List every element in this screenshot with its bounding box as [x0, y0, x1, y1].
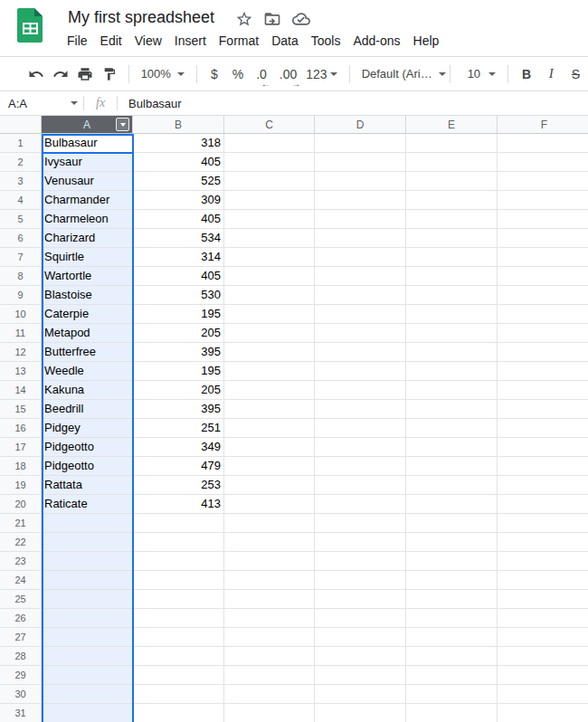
- cell-E6[interactable]: [406, 229, 498, 248]
- cell-D24[interactable]: [315, 571, 406, 590]
- menu-file[interactable]: File: [61, 32, 94, 50]
- select-all-corner[interactable]: [0, 116, 42, 134]
- cell-B11[interactable]: 205: [133, 324, 224, 343]
- cell-A12[interactable]: Butterfree: [42, 343, 133, 362]
- cell-F25[interactable]: [498, 590, 588, 609]
- cell-D25[interactable]: [315, 590, 406, 609]
- cell-B3[interactable]: 525: [133, 172, 224, 191]
- cell-E2[interactable]: [406, 153, 498, 172]
- row-header-31[interactable]: 31: [0, 704, 42, 722]
- undo-button[interactable]: [25, 63, 46, 85]
- cell-B12[interactable]: 395: [133, 343, 224, 362]
- cell-F30[interactable]: [498, 685, 588, 704]
- cell-F22[interactable]: [498, 533, 588, 552]
- cell-D18[interactable]: [315, 457, 406, 476]
- cell-E16[interactable]: [406, 419, 498, 438]
- cell-F21[interactable]: [498, 514, 588, 533]
- move-to-folder-icon[interactable]: [263, 10, 281, 32]
- cell-F3[interactable]: [498, 172, 588, 191]
- cell-B31[interactable]: [133, 704, 224, 722]
- column-header-B[interactable]: B: [133, 116, 224, 134]
- cell-A5[interactable]: Charmeleon: [42, 210, 133, 229]
- cell-A7[interactable]: Squirtle: [42, 248, 133, 267]
- cell-F12[interactable]: [498, 343, 588, 362]
- cell-D9[interactable]: [315, 286, 406, 305]
- cell-A28[interactable]: [42, 647, 133, 666]
- cell-C6[interactable]: [224, 229, 315, 248]
- cell-A2[interactable]: Ivysaur: [42, 153, 133, 172]
- menu-insert[interactable]: Insert: [168, 32, 213, 50]
- cell-C20[interactable]: [224, 495, 315, 514]
- menu-edit[interactable]: Edit: [94, 32, 128, 50]
- cell-D4[interactable]: [315, 191, 406, 210]
- cell-F2[interactable]: [498, 153, 588, 172]
- cell-C24[interactable]: [224, 571, 315, 590]
- cell-E20[interactable]: [406, 495, 498, 514]
- menu-tools[interactable]: Tools: [305, 32, 347, 50]
- cell-E5[interactable]: [406, 210, 498, 229]
- menu-help[interactable]: Help: [407, 32, 446, 50]
- cell-C25[interactable]: [224, 590, 315, 609]
- cell-B7[interactable]: 314: [133, 248, 224, 267]
- cell-D16[interactable]: [315, 419, 406, 438]
- cell-E30[interactable]: [406, 685, 498, 704]
- cell-D27[interactable]: [315, 628, 406, 647]
- cell-C21[interactable]: [224, 514, 315, 533]
- row-header-28[interactable]: 28: [0, 647, 42, 666]
- cell-D1[interactable]: [315, 134, 406, 153]
- cell-D31[interactable]: [315, 704, 406, 722]
- cell-A1[interactable]: Bulbasaur: [42, 134, 133, 153]
- cell-F17[interactable]: [498, 438, 588, 457]
- cell-C22[interactable]: [224, 533, 315, 552]
- row-header-11[interactable]: 11: [0, 324, 42, 343]
- more-formats-dropdown[interactable]: 123: [304, 63, 342, 85]
- cell-D26[interactable]: [315, 609, 406, 628]
- menu-data[interactable]: Data: [265, 32, 305, 50]
- cell-C17[interactable]: [224, 438, 315, 457]
- cell-B10[interactable]: 195: [133, 305, 224, 324]
- row-header-13[interactable]: 13: [0, 362, 42, 381]
- column-header-F[interactable]: F: [498, 116, 588, 134]
- cell-F9[interactable]: [498, 286, 588, 305]
- cell-A30[interactable]: [42, 685, 133, 704]
- cell-D21[interactable]: [315, 514, 406, 533]
- cell-F7[interactable]: [498, 248, 588, 267]
- formula-input[interactable]: Bulbasaur: [118, 97, 182, 110]
- cell-B13[interactable]: 195: [133, 362, 224, 381]
- cell-D15[interactable]: [315, 400, 406, 419]
- cell-E24[interactable]: [406, 571, 498, 590]
- row-header-17[interactable]: 17: [0, 438, 42, 457]
- cell-A29[interactable]: [42, 666, 133, 685]
- cell-A18[interactable]: Pidgeotto: [42, 457, 133, 476]
- cell-C26[interactable]: [224, 609, 315, 628]
- star-icon[interactable]: [235, 10, 253, 32]
- row-header-29[interactable]: 29: [0, 666, 42, 685]
- cell-D13[interactable]: [315, 362, 406, 381]
- row-header-26[interactable]: 26: [0, 609, 42, 628]
- cell-B27[interactable]: [133, 628, 224, 647]
- cell-D19[interactable]: [315, 476, 406, 495]
- cell-C11[interactable]: [224, 324, 315, 343]
- cell-D2[interactable]: [315, 153, 406, 172]
- cell-D8[interactable]: [315, 267, 406, 286]
- column-header-E[interactable]: E: [406, 116, 498, 134]
- decrease-decimal-button[interactable]: .0 ←: [251, 63, 274, 85]
- sheets-logo-icon[interactable]: [17, 8, 43, 46]
- row-header-10[interactable]: 10: [0, 305, 42, 324]
- cell-D3[interactable]: [315, 172, 406, 191]
- row-header-16[interactable]: 16: [0, 419, 42, 438]
- cell-F14[interactable]: [498, 381, 588, 400]
- row-header-1[interactable]: 1: [0, 134, 42, 153]
- row-header-12[interactable]: 12: [0, 343, 42, 362]
- cell-B17[interactable]: 349: [133, 438, 224, 457]
- cell-E10[interactable]: [406, 305, 498, 324]
- row-header-9[interactable]: 9: [0, 286, 42, 305]
- cell-F26[interactable]: [498, 609, 588, 628]
- font-dropdown[interactable]: Default (Ari…: [356, 63, 443, 85]
- cell-F16[interactable]: [498, 419, 588, 438]
- column-header-D[interactable]: D: [315, 116, 406, 134]
- cell-F20[interactable]: [498, 495, 588, 514]
- cell-A14[interactable]: Kakuna: [42, 381, 133, 400]
- cell-A17[interactable]: Pidgeotto: [42, 438, 133, 457]
- cell-F15[interactable]: [498, 400, 588, 419]
